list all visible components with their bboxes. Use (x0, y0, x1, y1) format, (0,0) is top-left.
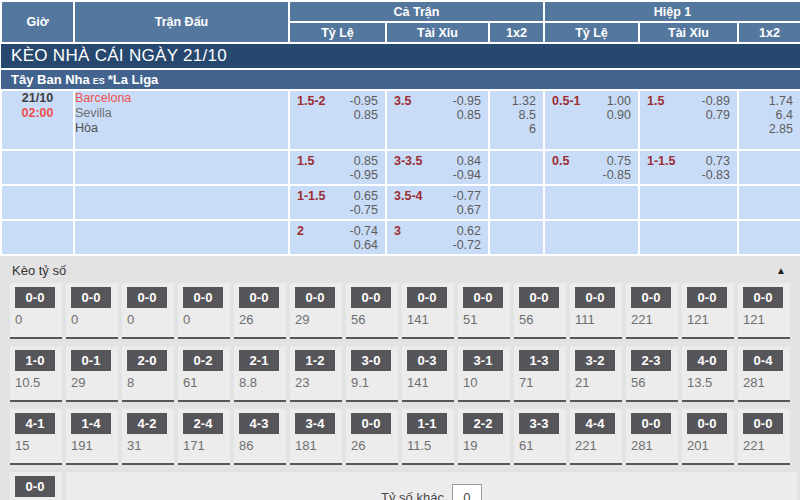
ft-overunder-odds[interactable]: 3-3.5 0.84 -0.94 (386, 150, 489, 185)
ft-handicap-odds[interactable]: 1.5-2 -0.95 0.85 (289, 90, 386, 150)
odd-value[interactable]: -0.95 (350, 94, 379, 108)
ft-handicap-odds[interactable]: 1-1.5 0.65 -0.75 (289, 185, 386, 220)
score-odds-cell[interactable]: 1-010.5 (10, 346, 62, 402)
score-odds-cell[interactable]: 0-029 (290, 283, 342, 339)
score-label: 0-0 (351, 413, 391, 434)
other-score-input[interactable] (452, 484, 482, 500)
away-team[interactable]: Sevilla (75, 106, 288, 121)
score-odds-cell[interactable]: 0-0221 (738, 409, 790, 465)
score-odd-value: 111 (575, 312, 622, 327)
odd-value[interactable]: -0.83 (702, 168, 731, 182)
odd-value[interactable]: -0.77 (453, 189, 482, 203)
odd-value[interactable]: 1.32 (512, 94, 536, 108)
score-odds-cell[interactable]: 2-4171 (178, 409, 230, 465)
odd-value[interactable]: 0.90 (607, 108, 631, 122)
score-odds-cell[interactable]: 1-111.5 (402, 409, 454, 465)
score-odds-cell[interactable]: 0-0121 (738, 283, 790, 339)
odd-value[interactable]: 2.85 (769, 122, 793, 136)
score-odds-cell[interactable]: 0-056 (346, 283, 398, 339)
odd-value[interactable]: 0.85 (354, 108, 378, 122)
odd-value[interactable]: 6.4 (776, 108, 793, 122)
odd-value[interactable]: 0.67 (457, 203, 481, 217)
score-label: 0-2 (183, 350, 223, 371)
score-odds-cell[interactable]: 0-0201 (682, 409, 734, 465)
home-team[interactable]: Barcelona (75, 91, 288, 106)
score-label: 1-3 (519, 350, 559, 371)
odd-value[interactable]: 0.65 (354, 189, 378, 203)
odd-value[interactable]: 1.00 (607, 94, 631, 108)
odd-value[interactable]: -0.95 (453, 94, 482, 108)
h1-handicap-odds[interactable]: 0.5-1 1.00 0.90 (544, 90, 639, 150)
score-label: 2-1 (239, 350, 279, 371)
score-odds-cell[interactable]: 3-4181 (290, 409, 342, 465)
draw-label[interactable]: Hòa (75, 121, 288, 136)
odd-value[interactable]: 0.85 (354, 154, 378, 168)
score-odds-cell[interactable]: 3-09.1 (346, 346, 398, 402)
score-odds-cell[interactable]: 2-356 (626, 346, 678, 402)
ft-overunder-odds[interactable]: 3 0.62 -0.72 (386, 220, 489, 255)
odd-value[interactable]: 0.75 (607, 154, 631, 168)
score-odds-cell[interactable]: 0-0281 (626, 409, 678, 465)
h1-1x2-odds[interactable]: 1.74 6.4 2.85 (738, 90, 800, 150)
score-odds-cell[interactable]: 0-0111 (570, 283, 622, 339)
collapse-arrow-icon[interactable]: ▲ (776, 265, 786, 276)
odd-value[interactable]: 0.62 (457, 224, 481, 238)
ft-overunder-odds[interactable]: 3.5-4 -0.77 0.67 (386, 185, 489, 220)
odd-value[interactable]: 0.79 (706, 108, 730, 122)
score-odds-cell[interactable]: 2-08 (122, 346, 174, 402)
score-odds-cell[interactable]: 0-00 (66, 283, 118, 339)
h1-overunder-odds[interactable]: 1.5 -0.89 0.79 (639, 90, 738, 150)
score-odds-cell[interactable]: 0-0121 (682, 283, 734, 339)
h1-overunder-odds[interactable]: 1-1.5 0.73 -0.83 (639, 150, 738, 185)
col-header-time: Giờ (1, 1, 74, 43)
odd-value[interactable]: 0.64 (354, 238, 378, 252)
odd-value[interactable]: 0.73 (706, 154, 730, 168)
score-odds-cell[interactable]: 3-221 (570, 346, 622, 402)
score-odds-cell[interactable]: 0-261 (178, 346, 230, 402)
score-odds-cell[interactable]: 4-4221 (570, 409, 622, 465)
score-odds-cell[interactable]: 0-00 (10, 283, 62, 339)
ft-1x2-odds[interactable]: 1.32 8.5 6 (489, 90, 544, 150)
ft-handicap-odds[interactable]: 2 -0.74 0.64 (289, 220, 386, 255)
score-odds-cell[interactable]: 4-386 (234, 409, 286, 465)
odd-value[interactable]: -0.94 (453, 168, 482, 182)
odd-value[interactable]: -0.95 (350, 168, 379, 182)
score-odds-cell[interactable]: 0-129 (66, 346, 118, 402)
score-odds-cell[interactable]: 3-110 (458, 346, 510, 402)
odd-value[interactable]: -0.74 (350, 224, 379, 238)
odd-value[interactable]: -0.72 (453, 238, 482, 252)
score-odds-cell[interactable]: 2-18.8 (234, 346, 286, 402)
h1-handicap-odds[interactable]: 0.5 0.75 -0.85 (544, 150, 639, 185)
score-odds-cell[interactable]: 0-051 (458, 283, 510, 339)
score-odds-cell[interactable]: 0-026 (234, 283, 286, 339)
match-teams-cell[interactable]: Barcelona Sevilla Hòa (74, 90, 289, 150)
score-odds-cell[interactable]: 1-371 (514, 346, 566, 402)
score-odds-cell[interactable]: 0-056 (514, 283, 566, 339)
odd-value[interactable]: 8.5 (519, 108, 536, 122)
score-odds-cell[interactable]: 0-0141 (402, 283, 454, 339)
score-odds-cell[interactable]: 3-361 (514, 409, 566, 465)
score-odds-cell[interactable]: 4-231 (122, 409, 174, 465)
score-odds-cell[interactable]: 0-0221 (626, 283, 678, 339)
score-odds-cell[interactable]: 0-00 (178, 283, 230, 339)
score-odds-cell[interactable]: 0-0 231 (10, 472, 62, 500)
score-odds-cell[interactable]: 0-4281 (738, 346, 790, 402)
score-odds-cell[interactable]: 2-219 (458, 409, 510, 465)
odd-value[interactable]: 6 (529, 122, 536, 136)
ft-overunder-odds[interactable]: 3.5 -0.95 0.85 (386, 90, 489, 150)
odd-value[interactable]: 0.84 (457, 154, 481, 168)
score-odds-cell[interactable]: 0-3141 (402, 346, 454, 402)
score-odds-cell[interactable]: 4-115 (10, 409, 62, 465)
score-odds-cell[interactable]: 1-223 (290, 346, 342, 402)
odd-value[interactable]: -0.89 (702, 94, 731, 108)
ft-handicap-odds[interactable]: 1.5 0.85 -0.95 (289, 150, 386, 185)
odd-value[interactable]: 1.74 (769, 94, 793, 108)
score-odds-cell[interactable]: 4-013.5 (682, 346, 734, 402)
league-bar[interactable]: Tây Ban NhaES*La Liga (1, 69, 800, 90)
score-odds-cell[interactable]: 0-026 (346, 409, 398, 465)
score-odds-cell[interactable]: 1-4191 (66, 409, 118, 465)
odd-value[interactable]: 0.85 (457, 108, 481, 122)
score-odds-cell[interactable]: 0-00 (122, 283, 174, 339)
odd-value[interactable]: -0.75 (350, 203, 379, 217)
odd-value[interactable]: -0.85 (603, 168, 632, 182)
